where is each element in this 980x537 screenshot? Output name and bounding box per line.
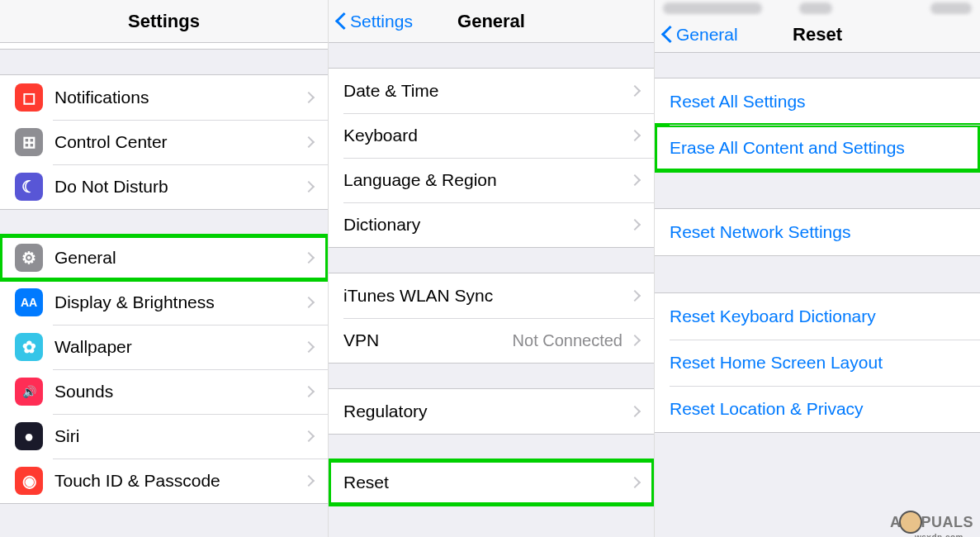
row-label: Regulatory (343, 402, 631, 421)
general-group-1: Date & TimeKeyboardLanguage & RegionDict… (329, 68, 654, 248)
chevron-right-icon (303, 136, 315, 148)
row-vpn[interactable]: VPNNot Connected (329, 318, 654, 363)
chevron-right-icon (629, 130, 641, 141)
row-control-center[interactable]: ⊞Control Center (0, 120, 328, 164)
row-label: iTunes WLAN Sync (343, 286, 631, 306)
chevron-left-icon (335, 12, 347, 31)
link-label: Reset Location & Privacy (670, 399, 864, 419)
siri-icon: ● (15, 422, 43, 450)
row-reset[interactable]: Reset (329, 460, 654, 505)
chevron-right-icon (303, 475, 315, 487)
reset-panel: General Reset Reset All SettingsErase Al… (655, 0, 980, 537)
link-reset-all-settings[interactable]: Reset All Settings (655, 78, 980, 125)
general-group-3: Regulatory (329, 388, 654, 435)
link-reset-network-settings[interactable]: Reset Network Settings (655, 209, 980, 255)
row-label: Siri (54, 426, 305, 446)
row-label: Display & Brightness (54, 292, 305, 312)
chevron-right-icon (629, 477, 641, 488)
reset-header: General Reset (655, 17, 980, 53)
row-date-time[interactable]: Date & Time (329, 69, 654, 113)
row-label: Do Not Disturb (54, 177, 305, 197)
link-label: Reset All Settings (670, 92, 806, 112)
row-itunes-wlan-sync[interactable]: iTunes WLAN Sync (329, 273, 654, 318)
back-label: Settings (350, 12, 413, 31)
reset-group-2: Reset Network Settings (655, 208, 980, 256)
row-label: VPN (343, 330, 513, 350)
settings-group-2: ⚙GeneralAADisplay & Brightness✿Wallpaper… (0, 235, 328, 504)
row-label: Sounds (54, 382, 305, 402)
row-label: Reset (343, 473, 631, 492)
link-label: Reset Keyboard Dictionary (670, 307, 876, 326)
reset-group-1: Reset All SettingsErase All Content and … (655, 78, 980, 172)
link-label: Reset Home Screen Layout (670, 353, 883, 373)
row-dictionary[interactable]: Dictionary (329, 202, 654, 247)
row-label: Language & Region (343, 170, 631, 190)
settings-group-1: ◻Notifications⊞Control Center☾Do Not Dis… (0, 74, 328, 210)
link-reset-keyboard-dictionary[interactable]: Reset Keyboard Dictionary (655, 293, 980, 340)
sounds-icon: 🔊 (15, 378, 43, 406)
row-keyboard[interactable]: Keyboard (329, 113, 654, 158)
chevron-right-icon (303, 297, 315, 308)
row-value: Not Connected (513, 331, 623, 350)
back-button-settings[interactable]: Settings (335, 12, 413, 31)
chevron-right-icon (629, 85, 641, 97)
row-general[interactable]: ⚙General (0, 235, 328, 280)
page-title: General (457, 11, 525, 32)
row-label: General (54, 248, 305, 268)
chevron-right-icon (629, 335, 641, 346)
row-siri[interactable]: ●Siri (0, 414, 328, 459)
row-label: Control Center (54, 132, 305, 152)
chevron-right-icon (303, 430, 315, 442)
general-panel: Settings General Date & TimeKeyboardLang… (329, 0, 655, 537)
row-regulatory[interactable]: Regulatory (329, 389, 654, 434)
chevron-right-icon (303, 341, 315, 353)
chevron-right-icon (629, 406, 641, 417)
chevron-right-icon (303, 386, 315, 397)
row-display-brightness[interactable]: AADisplay & Brightness (0, 280, 328, 325)
row-wallpaper[interactable]: ✿Wallpaper (0, 325, 328, 369)
row-do-not-disturb[interactable]: ☾Do Not Disturb (0, 164, 328, 209)
link-label: Erase All Content and Settings (670, 138, 905, 158)
chevron-right-icon (303, 92, 315, 103)
chevron-right-icon (629, 290, 641, 302)
link-reset-home-screen-layout[interactable]: Reset Home Screen Layout (655, 340, 980, 386)
row-label: Keyboard (343, 126, 631, 145)
chevron-right-icon (303, 181, 315, 192)
chevron-left-icon (661, 26, 673, 44)
row-notifications[interactable]: ◻Notifications (0, 75, 328, 120)
general-group-2: iTunes WLAN SyncVPNNot Connected (329, 273, 654, 364)
page-title: Settings (128, 11, 200, 32)
general-header: Settings General (329, 0, 654, 43)
row-label: Touch ID & Passcode (54, 471, 305, 491)
status-bar (655, 0, 980, 17)
reset-group-3: Reset Keyboard DictionaryReset Home Scre… (655, 292, 980, 433)
back-button-general[interactable]: General (661, 25, 738, 45)
general-icon: ⚙ (15, 244, 43, 272)
touchid-icon: ◉ (15, 467, 43, 495)
row-label: Wallpaper (54, 337, 305, 357)
link-erase-all-content-and-settings[interactable]: Erase All Content and Settings (655, 125, 980, 171)
row-language-region[interactable]: Language & Region (329, 158, 654, 202)
control-center-icon: ⊞ (15, 128, 43, 156)
row-touch-id-passcode[interactable]: ◉Touch ID & Passcode (0, 459, 328, 503)
back-label: General (676, 25, 738, 45)
notifications-icon: ◻ (15, 83, 43, 112)
settings-panel: Settings ◻Notifications⊞Control Center☾D… (0, 0, 329, 537)
general-group-4: Reset (329, 459, 654, 506)
row-label: Date & Time (343, 81, 631, 101)
row-label: Notifications (54, 88, 305, 107)
chevron-right-icon (303, 252, 315, 264)
chevron-right-icon (629, 219, 641, 230)
settings-header: Settings (0, 0, 328, 43)
wallpaper-icon: ✿ (15, 333, 43, 361)
row-sounds[interactable]: 🔊Sounds (0, 369, 328, 414)
display-icon: AA (15, 288, 43, 316)
link-label: Reset Network Settings (670, 222, 850, 242)
row-label: Dictionary (343, 215, 631, 235)
chevron-right-icon (629, 174, 641, 186)
page-title: Reset (793, 24, 842, 45)
link-reset-location-privacy[interactable]: Reset Location & Privacy (655, 386, 980, 432)
dnd-icon: ☾ (15, 173, 43, 201)
